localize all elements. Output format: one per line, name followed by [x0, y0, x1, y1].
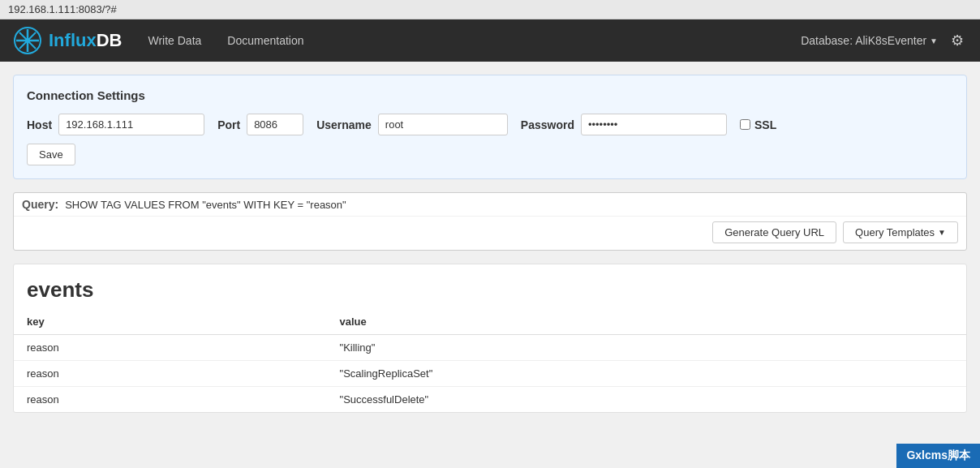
query-bar: Query: — [14, 193, 966, 216]
database-selector[interactable]: Database: AliK8sEventer ▼ — [801, 34, 938, 47]
navbar-right: Database: AliK8sEventer ▼ ⚙ — [801, 28, 967, 53]
watermark: Gxlcms脚本 — [896, 444, 980, 468]
table-row: reason"Killing" — [14, 335, 966, 361]
password-input[interactable] — [581, 114, 727, 135]
host-label: Host — [27, 118, 52, 131]
results-table-header: key value — [14, 309, 966, 335]
main-content: Connection Settings Host Port Username P… — [0, 62, 980, 468]
table-row: reason"SuccessfulDelete" — [14, 387, 966, 413]
username-input[interactable] — [378, 114, 508, 135]
username-label: Username — [316, 118, 372, 131]
col-header-value: value — [327, 309, 966, 335]
query-actions: Generate Query URL Query Templates ▼ — [14, 216, 966, 250]
cell-value: "Killing" — [327, 335, 966, 361]
ssl-label: SSL — [754, 118, 776, 131]
watermark-text: Gxlcms脚本 — [906, 449, 970, 462]
svg-point-5 — [25, 38, 30, 43]
query-label: Query: — [22, 198, 58, 211]
chevron-down-icon: ▼ — [930, 36, 938, 45]
address-bar: 192.168.1.111:8083/?# — [0, 0, 980, 19]
nav-documentation[interactable]: Documentation — [227, 34, 303, 47]
col-header-key: key — [14, 309, 327, 335]
query-input[interactable] — [65, 199, 958, 211]
database-selector-label: Database: AliK8sEventer — [801, 34, 926, 47]
results-table-body: reason"Killing"reason"ScalingReplicaSet"… — [14, 335, 966, 413]
cell-value: "ScalingReplicaSet" — [327, 361, 966, 387]
host-group: Host — [27, 114, 204, 135]
url-text: 192.168.1.111:8083/?# — [8, 3, 117, 15]
cell-key: reason — [14, 361, 327, 387]
table-row: reason"ScalingReplicaSet" — [14, 361, 966, 387]
results-table: key value reason"Killing"reason"ScalingR… — [14, 309, 966, 412]
password-group: Password — [521, 114, 727, 135]
connection-form-row: Host Port Username Password SSL — [27, 114, 953, 135]
generate-query-url-button[interactable]: Generate Query URL — [712, 221, 836, 243]
navbar: InfluxDB Write Data Documentation Databa… — [0, 19, 980, 62]
query-templates-label: Query Templates — [855, 226, 935, 238]
query-section: Query: Generate Query URL Query Template… — [13, 192, 967, 251]
nav-write-data[interactable]: Write Data — [148, 34, 201, 47]
results-title: events — [14, 264, 966, 309]
gear-button[interactable]: ⚙ — [948, 28, 967, 53]
cell-key: reason — [14, 387, 327, 413]
brand-text: InfluxDB — [49, 30, 122, 51]
query-templates-button[interactable]: Query Templates ▼ — [843, 221, 958, 243]
cell-value: "SuccessfulDelete" — [327, 387, 966, 413]
host-input[interactable] — [58, 114, 204, 135]
brand-logo-icon — [13, 26, 42, 55]
password-label: Password — [521, 118, 574, 131]
ssl-group: SSL — [740, 118, 776, 131]
save-button[interactable]: Save — [27, 144, 75, 165]
table-header-row: key value — [14, 309, 966, 335]
panel-title: Connection Settings — [27, 88, 953, 102]
port-label: Port — [217, 118, 240, 131]
chevron-down-icon: ▼ — [938, 228, 946, 237]
port-group: Port — [217, 114, 303, 135]
navbar-left: InfluxDB Write Data Documentation — [13, 26, 304, 55]
connection-settings-panel: Connection Settings Host Port Username P… — [13, 75, 967, 179]
brand: InfluxDB — [13, 26, 122, 55]
ssl-checkbox[interactable] — [740, 119, 750, 130]
cell-key: reason — [14, 335, 327, 361]
username-group: Username — [316, 114, 508, 135]
port-input[interactable] — [247, 114, 303, 135]
results-section: events key value reason"Killing"reason"S… — [13, 264, 967, 413]
